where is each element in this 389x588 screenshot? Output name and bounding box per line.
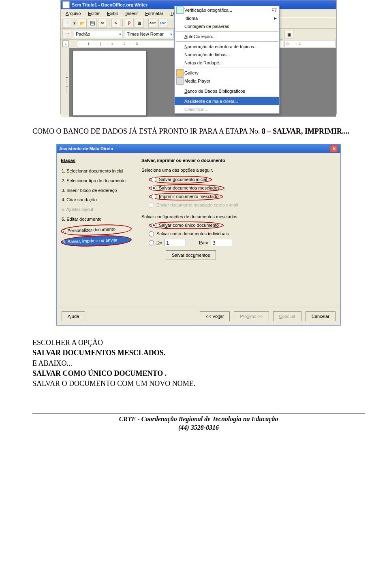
menu-exibir[interactable]: Exibir [104, 10, 122, 17]
separator [122, 19, 123, 27]
back-button[interactable]: << Voltar [200, 311, 230, 321]
spellcheck-button[interactable]: ABC [148, 19, 157, 28]
wizard-step-1[interactable]: 1. Selecionar documento inicial [61, 167, 132, 176]
range-radio[interactable] [149, 240, 154, 245]
document-page[interactable] [73, 50, 146, 116]
menu-separator [175, 31, 278, 32]
menu-item-label: Numeração da estrutura de tópicos... [184, 44, 258, 49]
menu-item-notas-de-rodap[interactable]: Notas de Rodapé... [175, 59, 279, 67]
wizard-step-3[interactable]: 3. Inserir bloco de endereço [61, 186, 132, 195]
radio-label: Salvar como único documento [159, 223, 219, 228]
help-button[interactable]: Ajuda [62, 311, 85, 321]
radio-option[interactable]: Salvar documento inicial [149, 176, 335, 183]
new-dropdown-icon[interactable]: ▾ [73, 21, 77, 26]
style-combo[interactable]: Padrão ▾ [74, 30, 122, 38]
footer-rule [32, 413, 365, 413]
menu-item-contagem-de-palavras[interactable]: Contagem de palavras [175, 22, 279, 30]
wizard-step-7[interactable]: 7. Personalizar documento [61, 224, 132, 236]
menu-item-classificar: Classificar... [175, 105, 279, 113]
style-combo-value: Padrão [76, 32, 90, 36]
app-icon [62, 1, 70, 9]
menu-separator [175, 41, 278, 42]
ruler-right-fragment: 0 · · · 1 [283, 40, 336, 48]
menu-item-label: AutoCorreção... [184, 34, 216, 39]
dialog-footer: Ajuda << Voltar Próximo >> Concluir Canc… [57, 307, 340, 325]
wizard-main-panel: Salvar, imprimir ou enviar o documento S… [136, 153, 340, 307]
menu-item-verifica-o-ortogr-fica[interactable]: Verificação ortográfica...F7 [175, 6, 279, 14]
menu-separator [175, 68, 278, 68]
finish-button[interactable]: Concluir [273, 311, 301, 321]
menu-item-label: Gallery [184, 70, 199, 75]
cancel-button[interactable]: Cancelar [306, 311, 336, 321]
menu-item-numera-o-de-linhas[interactable]: Numeração de linhas... [175, 51, 279, 59]
range-row: De Para [149, 239, 335, 246]
open-button[interactable]: 📂 [78, 19, 87, 28]
workspace-right-fragment [283, 48, 336, 117]
vertical-ruler: · · 1 · · · 1 · · [61, 48, 69, 117]
menu-item-media-player[interactable]: Media Player [175, 77, 279, 85]
wizard-steps-panel: Etapas 1. Selecionar documento inicial2.… [57, 153, 136, 307]
wizard-step-4[interactable]: 4. Criar saudação [61, 196, 132, 205]
menu-editar[interactable]: Editar [85, 10, 103, 17]
new-button[interactable]: 📄 [62, 19, 71, 28]
media-icon [176, 77, 184, 85]
page-footer: CRTE - Coordenação Regional de Tecnologi… [32, 415, 365, 432]
screenshot-mailmerge-wizard: Assistente de Mala Direta ✕ Etapas 1. Se… [56, 144, 341, 326]
table-button[interactable]: ▦ [284, 30, 293, 39]
steps-header: Etapas [61, 158, 132, 163]
menu-item-gallery[interactable]: ✓Gallery [175, 69, 279, 77]
instruction-paragraph-2: ESCOLHER A OPÇÃO SALVAR DOCUMENTOS MESCL… [32, 338, 365, 389]
menu-separator [175, 96, 278, 96]
menu-item-label: Contagem de palavras [184, 24, 229, 29]
dialog-title: Assistente de Mala Direta [59, 146, 113, 151]
save-button[interactable]: 💾 [88, 19, 97, 28]
dropdown-arrow-icon: ▾ [170, 32, 172, 36]
radio-option[interactable]: Salvar documentos mesclados [149, 184, 335, 192]
styles-button[interactable]: ⬚ [62, 30, 71, 38]
radio-option[interactable]: Salvar como único documento [149, 222, 335, 229]
menu-item-label: Assistente de mala direta... [184, 99, 238, 104]
email-button[interactable]: ✉ [98, 19, 107, 28]
separator [109, 19, 109, 27]
edit-doc-button[interactable]: ✎ [111, 19, 120, 28]
radio-label: Salvar documento inicial [159, 177, 207, 182]
save-documents-button[interactable]: Salvar documentos [166, 250, 216, 260]
font-combo[interactable]: Times New Romar ▾ [125, 30, 173, 38]
menu-item-assistente-de-mala-direta[interactable]: Assistente de mala direta... [175, 97, 279, 105]
menu-item-numera-o-da-estrutura-de-t-picos[interactable]: Numeração da estrutura de tópicos... [175, 43, 279, 51]
font-combo-value: Times New Romar [127, 32, 164, 36]
wizard-step-2[interactable]: 2. Selecionar tipo de documento [61, 177, 132, 185]
radio-icon [149, 202, 154, 208]
range-to-input[interactable] [211, 239, 232, 246]
range-to-label: Para [199, 240, 208, 245]
ruler-corner-icon: L [62, 40, 69, 47]
save-config-label: Salvar configurações de documentos mescl… [141, 214, 335, 219]
wizard-step-8[interactable]: 8. Salvar, imprimir ou enviar [61, 234, 132, 247]
radio-icon [151, 177, 156, 182]
instruction-paragraph-1: COMO O BANCO DE DADOS JÁ ESTÁ PRONTO IR … [32, 126, 365, 136]
menu-item-idioma[interactable]: Idioma▶ [175, 14, 279, 22]
menu-item-label: Banco de Dados Bibliográficos [184, 89, 245, 94]
radio-option[interactable]: Imprimir documento mesclado [149, 193, 335, 200]
export-pdf-button[interactable]: P [125, 19, 134, 28]
radio-label: Salvar documentos mesclados [159, 185, 220, 190]
radio-icon [149, 231, 154, 236]
print-button[interactable]: 🖶 [135, 19, 144, 28]
menu-formatar[interactable]: Formatar [142, 10, 167, 17]
radio-option[interactable]: Salvar como documentos individuais [149, 230, 335, 237]
menu-arquivo[interactable]: Arquivo [62, 10, 84, 17]
close-button[interactable]: ✕ [330, 145, 338, 152]
menu-item-autocorre-o[interactable]: AutoCorreção... [175, 32, 279, 40]
abc-icon[interactable]: ABC [158, 19, 167, 28]
radio-label: Salvar como documentos individuais [156, 231, 229, 236]
radio-label: Imprimir documento mesclado [159, 194, 218, 199]
menu-inserir[interactable]: Inserir [122, 10, 141, 17]
window-title: Sem Título1 - OpenOffice.org Writer [72, 2, 147, 7]
wizard-step-5: 5. Ajustar layout [61, 205, 132, 214]
submenu-arrow-icon: ▶ [274, 16, 277, 20]
next-button[interactable]: Próximo >> [234, 311, 269, 321]
dropdown-arrow-icon: ▾ [119, 32, 121, 36]
menu-item-banco-de-dados-bibliogr-ficos[interactable]: Banco de Dados Bibliográficos [175, 87, 279, 95]
wizard-step-6[interactable]: 6. Editar documento [61, 215, 132, 224]
range-from-input[interactable] [165, 239, 186, 246]
